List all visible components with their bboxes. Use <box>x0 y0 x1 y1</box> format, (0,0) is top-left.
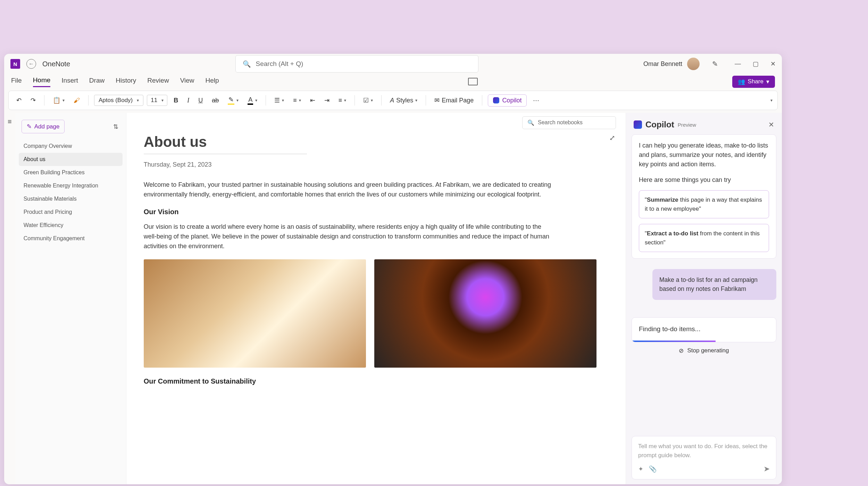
bold-button[interactable]: B <box>171 95 181 106</box>
share-label: Share <box>748 78 763 85</box>
stop-icon: ⊘ <box>679 347 684 354</box>
body: ≡ ✎ Add page ⇅ Company Overview About us… <box>4 113 782 484</box>
search-icon: 🔍 <box>527 119 534 126</box>
close-button[interactable]: ✕ <box>770 60 776 68</box>
align-button[interactable]: ≡▾ <box>336 95 349 106</box>
more-button[interactable]: ⋯ <box>530 95 542 106</box>
app-icon: N <box>10 59 20 69</box>
outdent-button[interactable]: ⇤ <box>307 95 318 106</box>
copilot-intro-text: I can help you generate ideas, make to-d… <box>639 141 769 169</box>
minimize-button[interactable]: — <box>735 60 741 68</box>
search-notebooks[interactable]: 🔍 Search notebooks <box>522 116 616 129</box>
copilot-logo-icon <box>634 120 642 129</box>
page-title[interactable]: About us <box>144 134 608 150</box>
menu-view[interactable]: View <box>180 77 194 86</box>
expand-icon[interactable]: ⤢ <box>609 134 615 142</box>
menu-history[interactable]: History <box>116 77 136 86</box>
page-item[interactable]: Sustainable Materials <box>15 192 126 206</box>
suggestion-extract-todo[interactable]: "Extract a to-do list from the content i… <box>639 224 769 252</box>
search-notebooks-placeholder: Search notebooks <box>538 119 583 126</box>
page-item[interactable]: Product and Pricing <box>15 206 126 219</box>
email-page-button[interactable]: ✉ Email Page <box>432 95 476 106</box>
app-name: OneNote <box>42 60 70 68</box>
page-list: Company Overview About us Green Building… <box>15 140 126 245</box>
page-item[interactable]: Community Engagement <box>15 232 126 245</box>
global-search[interactable]: 🔍 Search (Alt + Q) <box>235 55 478 73</box>
add-icon: ✎ <box>27 123 32 130</box>
heading-commitment[interactable]: Our Commitment to Sustainability <box>144 377 608 385</box>
share-button[interactable]: 👥 Share ▾ <box>732 76 775 88</box>
attach-icon[interactable]: 📎 <box>649 465 657 473</box>
copilot-pane: Copilot Preview ✕ I can help you generat… <box>626 113 782 484</box>
italic-button[interactable]: I <box>184 95 192 106</box>
add-page-button[interactable]: ✎ Add page <box>22 120 65 133</box>
indent-button[interactable]: ⇥ <box>322 95 332 106</box>
menu-home[interactable]: Home <box>33 76 51 87</box>
tag-button[interactable]: ☑▾ <box>360 95 376 106</box>
reading-mode-icon[interactable] <box>468 78 478 85</box>
menu-draw[interactable]: Draw <box>89 77 105 86</box>
copilot-title: Copilot <box>645 120 674 129</box>
menubar: File Home Insert Draw History Review Vie… <box>4 74 782 89</box>
copilot-close-button[interactable]: ✕ <box>768 120 774 129</box>
email-label: Email Page <box>442 97 474 104</box>
sort-button[interactable]: ⇅ <box>113 123 118 131</box>
suggestion-summarize[interactable]: "Summarize this page in a way that expla… <box>639 190 769 218</box>
intro-paragraph[interactable]: Welcome to Fabrikam, your trusted partne… <box>144 180 553 200</box>
image-2[interactable] <box>374 259 596 368</box>
styles-label: Styles <box>396 97 413 104</box>
numbering-button[interactable]: ≡▾ <box>290 95 304 106</box>
font-selector[interactable]: Aptos (Body)▾ <box>94 95 143 106</box>
menu-insert[interactable]: Insert <box>61 77 78 86</box>
ribbon-collapse-button[interactable]: ▾ <box>770 98 773 103</box>
image-1[interactable] <box>144 259 366 368</box>
note-canvas[interactable]: 🔍 Search notebooks ⤢ About us Thursday, … <box>126 113 626 484</box>
font-color-button[interactable]: A▾ <box>245 95 260 106</box>
page-sidebar: ✎ Add page ⇅ Company Overview About us G… <box>15 113 126 484</box>
page-item[interactable]: Water Efficiency <box>15 219 126 232</box>
account-area[interactable]: Omar Bennett <box>643 58 700 70</box>
back-button[interactable]: ← <box>26 59 36 69</box>
user-message: Make a to-do list for an ad campaign bas… <box>652 269 776 300</box>
search-icon: 🔍 <box>243 60 251 68</box>
user-name: Omar Bennett <box>643 60 682 68</box>
copilot-input[interactable]: Tell me what you want to do. For ideas, … <box>632 436 776 479</box>
bullets-button[interactable]: ☰▾ <box>272 95 287 106</box>
avatar[interactable] <box>687 58 700 70</box>
suggestion-bold: Extract a to-do list <box>647 230 698 237</box>
page-date: Thursday, Sept 21, 2023 <box>144 161 608 168</box>
pen-icon[interactable]: ✎ <box>712 60 718 68</box>
heading-vision[interactable]: Our Vision <box>144 208 608 216</box>
nav-toggle[interactable]: ≡ <box>4 113 15 484</box>
undo-button[interactable]: ↶ <box>14 95 24 106</box>
copilot-ribbon-button[interactable]: Copilot <box>488 94 527 107</box>
strike-button[interactable]: ab <box>209 95 222 106</box>
suggestion-bold: Summarize <box>647 196 678 203</box>
menu-help[interactable]: Help <box>205 77 219 86</box>
underline-button[interactable]: U <box>195 95 206 106</box>
page-item[interactable]: Green Building Practices <box>15 166 126 179</box>
page-item[interactable]: Renewable Energy Integration <box>15 179 126 192</box>
stop-generating-button[interactable]: ⊘ Stop generating <box>632 342 776 359</box>
paste-button[interactable]: 📋▾ <box>50 95 67 106</box>
menu-review[interactable]: Review <box>147 77 169 86</box>
font-size-selector[interactable]: 11▾ <box>147 95 167 106</box>
redo-button[interactable]: ↷ <box>28 95 39 106</box>
page-item[interactable]: Company Overview <box>15 140 126 153</box>
highlight-button[interactable]: ✎▾ <box>225 94 241 106</box>
image-row <box>144 259 608 368</box>
prompt-guide-icon[interactable]: ✦ <box>638 465 643 473</box>
progress-bar <box>632 341 716 342</box>
maximize-button[interactable]: ▢ <box>753 60 759 68</box>
window-controls: — ▢ ✕ <box>735 60 776 68</box>
page-item[interactable]: About us <box>19 153 123 166</box>
menu-file[interactable]: File <box>11 77 22 86</box>
send-icon[interactable]: ➤ <box>763 464 770 474</box>
stop-label: Stop generating <box>687 347 729 354</box>
styles-button[interactable]: AStyles▾ <box>387 95 420 106</box>
progress-text: Finding to-do items... <box>639 325 700 333</box>
copilot-input-placeholder: Tell me what you want to do. For ideas, … <box>638 442 770 460</box>
copilot-label: Copilot <box>502 97 521 104</box>
format-painter-button[interactable]: 🖌 <box>71 95 83 106</box>
vision-paragraph[interactable]: Our vision is to create a world where ev… <box>144 222 553 251</box>
